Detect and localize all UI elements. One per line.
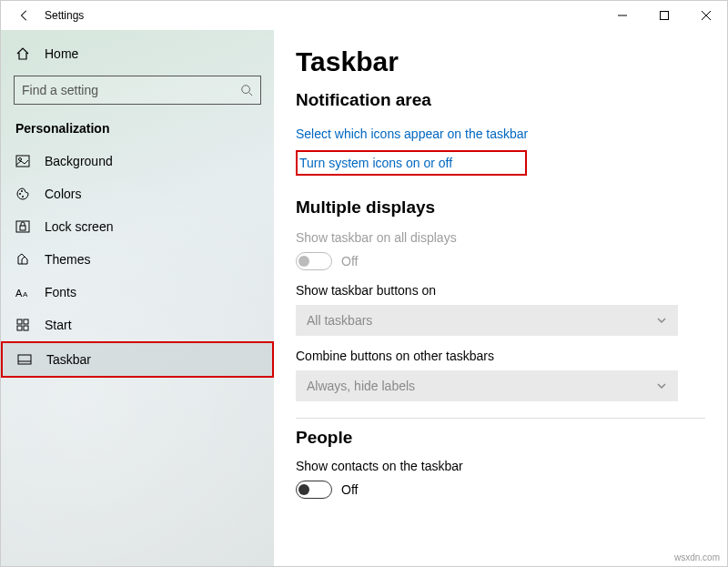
section-people: People	[296, 428, 705, 448]
fonts-icon: AA	[15, 286, 30, 299]
label-show-buttons-on: Show taskbar buttons on	[296, 283, 705, 298]
toggle-show-all-displays	[296, 252, 332, 270]
sidebar-item-fonts[interactable]: AA Fonts	[1, 276, 274, 309]
svg-rect-18	[24, 326, 28, 330]
svg-rect-15	[17, 319, 22, 324]
svg-point-7	[19, 158, 22, 161]
toggle-state: Off	[341, 482, 358, 497]
section-multiple-displays: Multiple displays	[296, 197, 705, 218]
toggle-show-contacts[interactable]	[296, 481, 332, 499]
svg-point-10	[22, 196, 24, 197]
svg-rect-12	[20, 226, 25, 230]
sidebar-item-taskbar[interactable]: Taskbar	[1, 341, 274, 378]
dropdown-show-buttons[interactable]: All taskbars	[296, 305, 678, 336]
label-show-all-displays: Show taskbar on all displays	[296, 230, 705, 245]
sidebar: Home Find a setting Personalization Back…	[1, 30, 274, 566]
svg-rect-1	[661, 12, 669, 20]
sidebar-item-colors[interactable]: Colors	[1, 177, 274, 210]
label-combine-buttons: Combine buttons on other taskbars	[296, 349, 705, 363]
svg-text:A: A	[23, 290, 28, 299]
lockscreen-icon	[15, 219, 30, 234]
divider	[296, 418, 705, 419]
search-placeholder: Find a setting	[22, 83, 98, 97]
window-controls	[602, 1, 727, 30]
toggle-state: Off	[341, 254, 358, 268]
dropdown-value: Always, hide labels	[307, 379, 415, 393]
svg-rect-17	[17, 326, 22, 330]
svg-point-8	[19, 193, 21, 195]
minimize-button[interactable]	[602, 1, 643, 30]
chevron-down-icon	[656, 315, 667, 326]
sidebar-item-label: Themes	[45, 252, 91, 267]
svg-point-9	[21, 190, 23, 192]
svg-point-4	[242, 86, 250, 94]
sidebar-item-label: Colors	[45, 187, 81, 201]
taskbar-icon	[17, 352, 32, 367]
picture-icon	[15, 154, 30, 168]
sidebar-item-label: Start	[45, 318, 72, 332]
link-select-icons[interactable]: Select which icons appear on the taskbar	[296, 121, 705, 147]
sidebar-item-label: Fonts	[45, 285, 76, 299]
section-notification: Notification area	[296, 90, 705, 110]
start-icon	[15, 318, 30, 332]
dropdown-value: All taskbars	[307, 313, 372, 328]
back-button[interactable]	[10, 9, 39, 22]
svg-text:A: A	[15, 288, 23, 299]
link-system-icons[interactable]: Turn system icons on or off	[299, 154, 452, 172]
svg-rect-16	[24, 319, 28, 324]
maximize-button[interactable]	[643, 1, 685, 30]
sidebar-item-label: Taskbar	[46, 352, 91, 367]
palette-icon	[15, 187, 30, 201]
sidebar-item-themes[interactable]: Themes	[1, 243, 274, 276]
watermark: wsxdn.com	[674, 552, 720, 562]
svg-line-5	[249, 93, 253, 96]
dropdown-combine-buttons[interactable]: Always, hide labels	[296, 370, 678, 401]
sidebar-item-label: Background	[45, 154, 113, 168]
sidebar-item-label: Lock screen	[45, 219, 113, 234]
window-title: Settings	[39, 9, 84, 22]
sidebar-item-start[interactable]: Start	[1, 309, 274, 341]
sidebar-item-background[interactable]: Background	[1, 145, 274, 177]
home-label: Home	[45, 46, 78, 61]
close-button[interactable]	[685, 1, 727, 30]
label-show-contacts: Show contacts on the taskbar	[296, 459, 705, 473]
content: Taskbar Notification area Select which i…	[274, 30, 727, 566]
search-input[interactable]: Find a setting	[14, 76, 261, 105]
category-label: Personalization	[1, 116, 274, 145]
sidebar-item-lockscreen[interactable]: Lock screen	[1, 210, 274, 243]
search-icon	[240, 84, 253, 96]
svg-rect-19	[18, 355, 31, 364]
themes-icon	[15, 252, 30, 267]
home-icon	[15, 46, 30, 61]
home-nav[interactable]: Home	[1, 39, 274, 68]
chevron-down-icon	[656, 380, 667, 391]
page-title: Taskbar	[296, 46, 705, 77]
